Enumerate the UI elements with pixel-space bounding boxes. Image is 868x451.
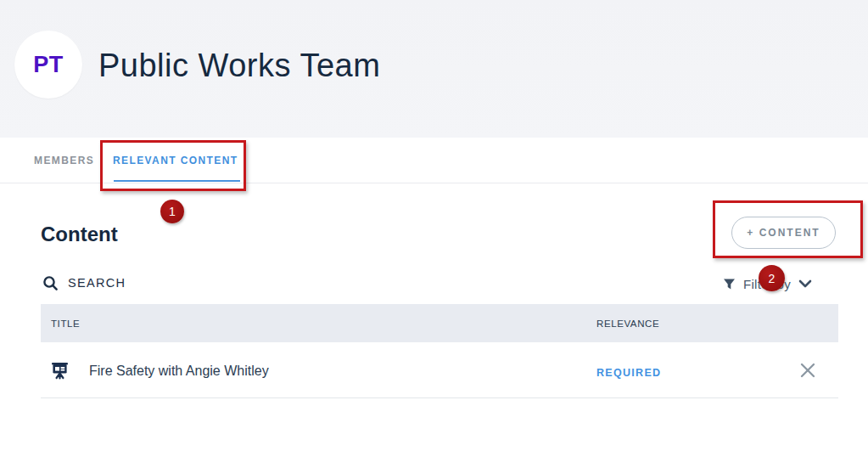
search-input[interactable]: SEARCH <box>42 273 126 292</box>
search-icon <box>42 275 59 291</box>
annotation-badge-1: 1 <box>160 200 184 223</box>
content-table-header: TITLE RELEVANCE <box>41 304 838 342</box>
page-header: PT Public Works Team <box>0 0 868 138</box>
annotation-badge-1-number: 1 <box>169 205 176 218</box>
annotation-box-add-content <box>713 200 863 258</box>
page-title: Public Works Team <box>98 48 380 84</box>
column-header-relevance: RELEVANCE <box>596 319 659 329</box>
filter-icon <box>723 278 736 290</box>
annotation-badge-2-number: 2 <box>769 272 776 285</box>
presentation-icon <box>49 360 70 385</box>
tab-members[interactable]: MEMBERS <box>34 138 94 183</box>
avatar-initials: PT <box>33 52 64 78</box>
team-page: PT Public Works Team MEMBERS RELEVANT CO… <box>0 0 868 451</box>
remove-content-button[interactable] <box>798 362 817 381</box>
annotation-badge-2: 2 <box>759 265 785 291</box>
tab-members-label: MEMBERS <box>34 155 94 166</box>
table-row[interactable]: Fire Safety with Angie Whitley REQUIRED <box>41 342 838 398</box>
team-avatar: PT <box>14 31 82 99</box>
chevron-down-icon <box>798 279 812 289</box>
relevance-badge: REQUIRED <box>596 367 661 379</box>
column-header-title: TITLE <box>51 319 80 329</box>
content-section-heading: Content <box>41 223 118 246</box>
content-item-title: Fire Safety with Angie Whitley <box>89 364 269 379</box>
search-placeholder: SEARCH <box>68 276 126 290</box>
annotation-box-relevant-content <box>100 140 246 191</box>
